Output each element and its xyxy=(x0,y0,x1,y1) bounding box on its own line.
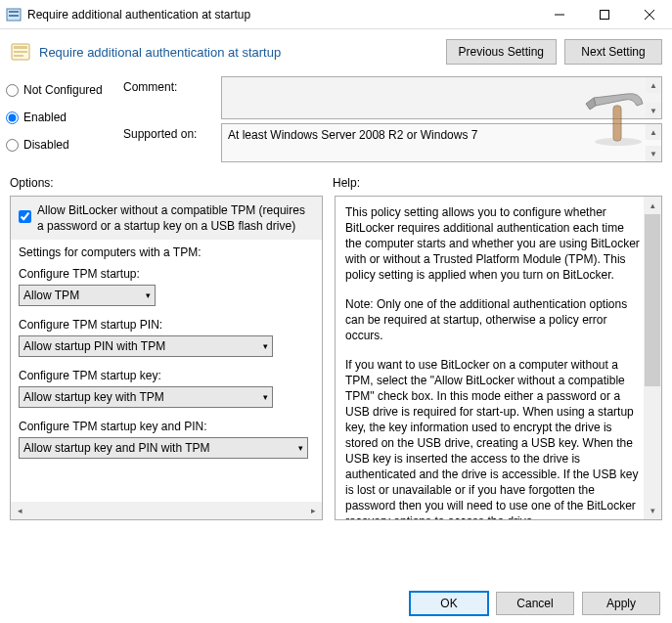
svg-rect-1 xyxy=(9,11,19,13)
titlebar: Require additional authentication at sta… xyxy=(0,0,672,29)
scroll-up-icon[interactable]: ▴ xyxy=(644,197,661,214)
scroll-down-icon[interactable]: ▼ xyxy=(646,103,661,118)
previous-setting-button[interactable]: Previous Setting xyxy=(446,39,557,65)
configure-tpm-key-label: Configure TPM startup key: xyxy=(11,363,322,384)
scroll-up-icon[interactable]: ▲ xyxy=(646,77,661,93)
configure-tpm-startup-label: Configure TPM startup: xyxy=(11,261,322,283)
policy-heading: Require additional authentication at sta… xyxy=(39,45,281,60)
help-vertical-scrollbar[interactable]: ▴ ▾ xyxy=(644,197,661,519)
scroll-right-icon[interactable]: ▸ xyxy=(304,502,322,519)
configure-tpm-key-pin-label: Configure TPM startup key and PIN: xyxy=(11,414,322,435)
svg-rect-10 xyxy=(14,55,23,57)
help-panel: This policy setting allows you to config… xyxy=(335,196,662,520)
comment-label: Comment: xyxy=(123,76,221,94)
supported-label: Supported on: xyxy=(123,123,221,141)
chevron-down-icon: ▾ xyxy=(146,290,151,300)
chevron-down-icon: ▾ xyxy=(263,392,268,402)
supported-value: At least Windows Server 2008 R2 or Windo… xyxy=(228,128,477,142)
cancel-button[interactable]: Cancel xyxy=(496,592,574,615)
scroll-up-icon[interactable]: ▲ xyxy=(646,124,661,140)
svg-rect-2 xyxy=(9,15,19,17)
tpm-settings-section-label: Settings for computers with a TPM: xyxy=(11,240,322,261)
svg-rect-9 xyxy=(14,51,27,53)
window-title: Require additional authentication at sta… xyxy=(27,8,537,22)
enabled-radio[interactable] xyxy=(6,111,19,124)
options-panel: Allow BitLocker without a compatible TPM… xyxy=(10,196,323,520)
disabled-label[interactable]: Disabled xyxy=(23,138,69,152)
app-icon xyxy=(6,7,22,22)
minimize-button[interactable] xyxy=(537,0,582,29)
scroll-down-icon[interactable]: ▼ xyxy=(646,146,661,161)
policy-icon xyxy=(10,41,31,63)
disabled-radio[interactable] xyxy=(6,139,19,152)
comment-field[interactable]: ▲ ▼ xyxy=(221,76,662,119)
state-radio-group: Not Configured Enabled Disabled xyxy=(6,76,123,166)
maximize-button[interactable] xyxy=(582,0,627,29)
enabled-label[interactable]: Enabled xyxy=(23,111,67,124)
ok-button[interactable]: OK xyxy=(410,592,488,615)
supported-on-field: At least Windows Server 2008 R2 or Windo… xyxy=(221,123,662,162)
allow-bitlocker-no-tpm-label[interactable]: Allow BitLocker without a compatible TPM… xyxy=(37,202,314,234)
configure-tpm-key-select[interactable]: Allow startup key with TPM ▾ xyxy=(19,386,273,408)
options-horizontal-scrollbar[interactable]: ◂ ▸ xyxy=(11,502,322,519)
chevron-down-icon: ▾ xyxy=(298,443,303,453)
scroll-down-icon[interactable]: ▾ xyxy=(644,502,661,519)
header-row: Require additional authentication at sta… xyxy=(0,29,672,72)
options-column-label: Options: xyxy=(10,176,333,190)
help-paragraph: This policy setting allows you to config… xyxy=(345,204,642,283)
not-configured-radio[interactable] xyxy=(6,84,19,97)
scroll-left-icon[interactable]: ◂ xyxy=(11,502,28,519)
not-configured-label[interactable]: Not Configured xyxy=(23,83,103,97)
allow-bitlocker-no-tpm-row[interactable]: Allow BitLocker without a compatible TPM… xyxy=(11,197,322,240)
help-paragraph: If you want to use BitLocker on a comput… xyxy=(345,357,642,519)
configure-tpm-pin-select[interactable]: Allow startup PIN with TPM ▾ xyxy=(19,335,273,357)
chevron-down-icon: ▾ xyxy=(263,341,268,351)
apply-button[interactable]: Apply xyxy=(582,592,660,615)
help-column-label: Help: xyxy=(333,176,360,190)
next-setting-button[interactable]: Next Setting xyxy=(564,39,662,65)
svg-rect-4 xyxy=(601,10,609,19)
help-text: This policy setting allows you to config… xyxy=(336,197,661,519)
allow-bitlocker-no-tpm-checkbox[interactable] xyxy=(19,210,31,223)
configure-tpm-startup-select[interactable]: Allow TPM ▾ xyxy=(19,285,156,306)
help-paragraph: Note: Only one of the additional authent… xyxy=(345,296,642,343)
configure-tpm-pin-label: Configure TPM startup PIN: xyxy=(11,312,322,334)
close-button[interactable] xyxy=(627,0,672,29)
scrollbar-thumb[interactable] xyxy=(645,214,660,386)
configure-tpm-key-pin-select[interactable]: Allow startup key and PIN with TPM ▾ xyxy=(19,437,308,459)
svg-rect-8 xyxy=(14,46,27,49)
